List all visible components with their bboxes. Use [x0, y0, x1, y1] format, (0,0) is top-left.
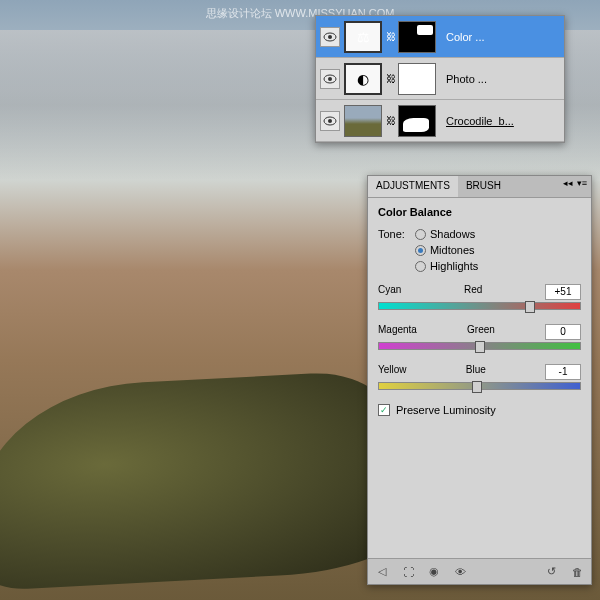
- checkbox-icon: ✓: [378, 404, 390, 416]
- svg-point-3: [328, 77, 332, 81]
- visibility-eye-icon[interactable]: [320, 27, 340, 47]
- slider-right-label: Green: [467, 324, 495, 340]
- layer-mask-thumb[interactable]: [398, 105, 436, 137]
- delete-icon[interactable]: 🗑: [569, 564, 585, 580]
- preserve-luminosity-checkbox[interactable]: ✓ Preserve Luminosity: [378, 404, 581, 416]
- layer-row-photo-filter[interactable]: ◐ ⛓ Photo ...: [316, 58, 564, 100]
- slider-left-label: Cyan: [378, 284, 401, 300]
- layer-name-label[interactable]: Photo ...: [440, 73, 560, 85]
- radio-label: Midtones: [430, 244, 475, 256]
- layers-panel: ⚖ ⛓ Color ... ◐ ⛓ Photo ... ⛓ Crocodile_…: [315, 15, 565, 143]
- slider-left-label: Yellow: [378, 364, 407, 380]
- slider-yellow-blue: Yellow Blue -1: [378, 364, 581, 390]
- tone-highlights-radio[interactable]: Highlights: [415, 260, 478, 272]
- panel-footer: ◁ ⛶ ◉ 👁 ↺ 🗑: [368, 558, 591, 584]
- link-icon[interactable]: ⛓: [386, 115, 394, 126]
- layer-name-label[interactable]: Color ...: [440, 31, 560, 43]
- slider-right-label: Red: [464, 284, 482, 300]
- slider-left-label: Magenta: [378, 324, 417, 340]
- slider-knob[interactable]: [475, 341, 485, 353]
- layer-mask-thumb[interactable]: [398, 21, 436, 53]
- slider-track[interactable]: [378, 302, 581, 310]
- collapse-icon[interactable]: ◂◂: [563, 178, 573, 195]
- slider-value-input[interactable]: -1: [545, 364, 581, 380]
- visibility-eye-icon[interactable]: [320, 69, 340, 89]
- crocodile-shape: [0, 369, 405, 591]
- link-icon[interactable]: ⛓: [386, 31, 394, 42]
- slider-value-input[interactable]: +51: [545, 284, 581, 300]
- adjustments-panel: ADJUSTMENTS BRUSH ◂◂ ▾≡ Color Balance To…: [367, 175, 592, 585]
- radio-label: Highlights: [430, 260, 478, 272]
- menu-icon[interactable]: ▾≡: [577, 178, 587, 195]
- layer-row-crocodile[interactable]: ⛓ Crocodile_b...: [316, 100, 564, 142]
- radio-icon: [415, 261, 426, 272]
- slider-knob[interactable]: [472, 381, 482, 393]
- radio-icon: [415, 245, 426, 256]
- tab-adjustments[interactable]: ADJUSTMENTS: [368, 176, 458, 197]
- expand-icon[interactable]: ⛶: [400, 564, 416, 580]
- slider-right-label: Blue: [466, 364, 486, 380]
- layer-image-thumb[interactable]: [344, 105, 382, 137]
- slider-value-input[interactable]: 0: [545, 324, 581, 340]
- svg-point-5: [328, 119, 332, 123]
- layer-mask-thumb[interactable]: [398, 63, 436, 95]
- visibility-icon[interactable]: 👁: [452, 564, 468, 580]
- slider-knob[interactable]: [525, 301, 535, 313]
- tab-brush[interactable]: BRUSH: [458, 176, 509, 197]
- back-icon[interactable]: ◁: [374, 564, 390, 580]
- adjustment-title: Color Balance: [378, 206, 581, 218]
- panel-body: Color Balance Tone: Shadows Midtones Hig…: [368, 198, 591, 558]
- slider-magenta-green: Magenta Green 0: [378, 324, 581, 350]
- slider-track[interactable]: [378, 382, 581, 390]
- tone-midtones-radio[interactable]: Midtones: [415, 244, 478, 256]
- radio-label: Shadows: [430, 228, 475, 240]
- slider-track[interactable]: [378, 342, 581, 350]
- clip-icon[interactable]: ◉: [426, 564, 442, 580]
- reset-icon[interactable]: ↺: [543, 564, 559, 580]
- layer-row-color-balance[interactable]: ⚖ ⛓ Color ...: [316, 16, 564, 58]
- tone-label: Tone:: [378, 228, 405, 240]
- radio-icon: [415, 229, 426, 240]
- checkbox-label: Preserve Luminosity: [396, 404, 496, 416]
- adjustment-thumb-icon[interactable]: ⚖: [344, 21, 382, 53]
- slider-cyan-red: Cyan Red +51: [378, 284, 581, 310]
- link-icon[interactable]: ⛓: [386, 73, 394, 84]
- layer-name-label[interactable]: Crocodile_b...: [440, 115, 560, 127]
- svg-point-1: [328, 35, 332, 39]
- panel-tab-bar: ADJUSTMENTS BRUSH ◂◂ ▾≡: [368, 176, 591, 198]
- visibility-eye-icon[interactable]: [320, 111, 340, 131]
- adjustment-thumb-icon[interactable]: ◐: [344, 63, 382, 95]
- tone-shadows-radio[interactable]: Shadows: [415, 228, 478, 240]
